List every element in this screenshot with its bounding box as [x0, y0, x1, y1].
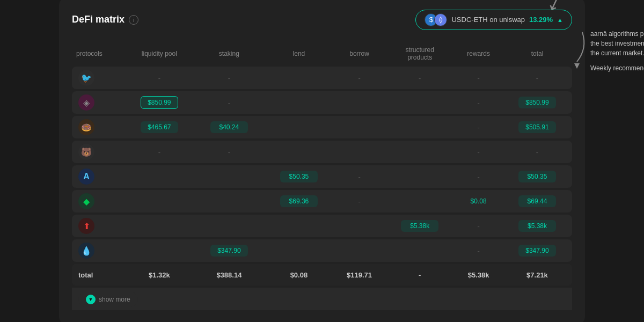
cell-lp: $850.99: [125, 91, 194, 114]
cell-total: $850.99: [502, 91, 572, 114]
protocol-icon: 💧: [78, 243, 94, 259]
cell-total: $5.38k: [502, 215, 572, 237]
cell-staking: -: [194, 141, 264, 163]
cell-total: $347.90: [502, 239, 572, 262]
cell-lend: $50.35: [264, 165, 334, 188]
total-lp: $1.32k: [125, 264, 194, 286]
cell-rewards: -: [455, 91, 502, 114]
total-structured: -: [385, 264, 455, 286]
protocol-icon: ⬆: [78, 218, 94, 234]
cell-borrow: -: [334, 165, 385, 188]
side-note-text: aarnâ algorithms providing you with the …: [590, 29, 644, 58]
cell-structured: [385, 91, 455, 114]
cell-rewards: -: [455, 116, 502, 138]
cell-staking: [194, 165, 264, 188]
show-more-label: show more: [99, 296, 130, 303]
side-note-text-2: Weekly recommendations with ROI.: [590, 63, 644, 73]
cell-rewards: -: [455, 239, 502, 262]
total-lend: $0.08: [264, 264, 334, 286]
badge-icons: $ ⟠: [425, 13, 447, 26]
cell-lend: [264, 67, 334, 89]
cell-structured: [385, 116, 455, 138]
cell-staking: [194, 215, 264, 237]
protocol-icon: 🐦: [78, 70, 94, 86]
card-header: DeFi matrix i $ ⟠ USDC-ETH on uniswap 13…: [72, 10, 572, 30]
defi-table: protocols liquidity pool staking lend bo…: [72, 41, 572, 313]
table-row: 🐦 - - - - - -: [72, 67, 572, 89]
total-staking: $388.14: [194, 264, 264, 286]
table-row: A $50.35 - - $50.35: [72, 165, 572, 188]
cell-lp: [125, 215, 194, 237]
table-row: 💧 $347.90 - $347.90: [72, 239, 572, 262]
page-title: DeFi matrix: [72, 14, 125, 25]
cell-total: $505.91: [502, 116, 572, 138]
cell-borrow: [334, 215, 385, 237]
col-lend: lend: [264, 43, 334, 65]
cell-lp: $465.67: [125, 116, 194, 138]
totals-row: total $1.32k $388.14 $0.08 $119.71 - $5.…: [72, 264, 572, 286]
table-row: 🍩 $465.67 $40.24 - $505.91: [72, 116, 572, 138]
cell-lend: [264, 239, 334, 262]
cell-lp: -: [125, 67, 194, 89]
cell-lend: [264, 91, 334, 114]
side-note: ↙ aarnâ algorithms providing you with th…: [590, 18, 644, 73]
protocol-icon: A: [78, 169, 94, 185]
cell-staking: $40.24: [194, 116, 264, 138]
col-borrow: borrow: [334, 43, 385, 65]
cell-borrow: [334, 116, 385, 138]
cell-lp: [125, 190, 194, 213]
total-rewards: $5.38k: [455, 264, 502, 286]
protocol-icon: ◈: [78, 94, 94, 111]
col-rewards: rewards: [455, 43, 502, 65]
cell-staking: -: [194, 91, 264, 114]
cell-borrow: [334, 91, 385, 114]
cell-borrow: -: [334, 67, 385, 89]
defi-matrix-card: DeFi matrix i $ ⟠ USDC-ETH on uniswap 13…: [59, 0, 585, 322]
total-label: total: [72, 264, 125, 286]
table-row: ◆ $69.36 - $0.08 $69.44: [72, 190, 572, 213]
protocol-icon: 🐻: [78, 144, 94, 160]
cell-rewards: $0.08: [455, 190, 502, 213]
cell-lp: [125, 239, 194, 262]
show-more-row: ▼ show more: [72, 288, 572, 310]
cell-rewards: -: [455, 165, 502, 188]
col-structured: structuredproducts: [385, 43, 455, 65]
svg-marker-0: [574, 63, 580, 69]
chevron-down-icon: ▼: [86, 295, 96, 304]
decorative-arrow: [550, 27, 593, 72]
eth-icon: ⟠: [434, 13, 447, 26]
title-row: DeFi matrix i: [72, 14, 138, 25]
protocol-icon: ◆: [78, 193, 94, 209]
cell-borrow: [334, 239, 385, 262]
cell-structured: [385, 239, 455, 262]
info-icon[interactable]: i: [129, 15, 138, 25]
pair-badge[interactable]: $ ⟠ USDC-ETH on uniswap 13.29% ▲: [415, 10, 572, 30]
col-protocols: protocols: [72, 43, 125, 65]
cell-total: -: [502, 141, 572, 163]
cell-lend: [264, 116, 334, 138]
table-row: ⬆ $5.38k - $5.38k: [72, 215, 572, 237]
show-more-button[interactable]: ▼ show more: [78, 292, 138, 307]
cell-structured: [385, 141, 455, 163]
cell-rewards: -: [455, 67, 502, 89]
cell-staking: [194, 190, 264, 213]
col-staking: staking: [194, 43, 264, 65]
cell-borrow: -: [334, 190, 385, 213]
cell-structured: $5.38k: [385, 215, 455, 237]
badge-rate: 13.29%: [529, 16, 553, 24]
cell-lp: [125, 165, 194, 188]
cell-lp: -: [125, 141, 194, 163]
cell-rewards: -: [455, 141, 502, 163]
cell-borrow: [334, 141, 385, 163]
cell-structured: -: [385, 67, 455, 89]
total-borrow: $119.71: [334, 264, 385, 286]
cell-lend: $69.36: [264, 190, 334, 213]
cell-structured: [385, 165, 455, 188]
cell-total: $69.44: [502, 190, 572, 213]
cell-staking: $347.90: [194, 239, 264, 262]
cell-lend: [264, 215, 334, 237]
cell-staking: -: [194, 67, 264, 89]
badge-trend: ▲: [557, 17, 563, 23]
cell-rewards: -: [455, 215, 502, 237]
cell-lend: [264, 141, 334, 163]
